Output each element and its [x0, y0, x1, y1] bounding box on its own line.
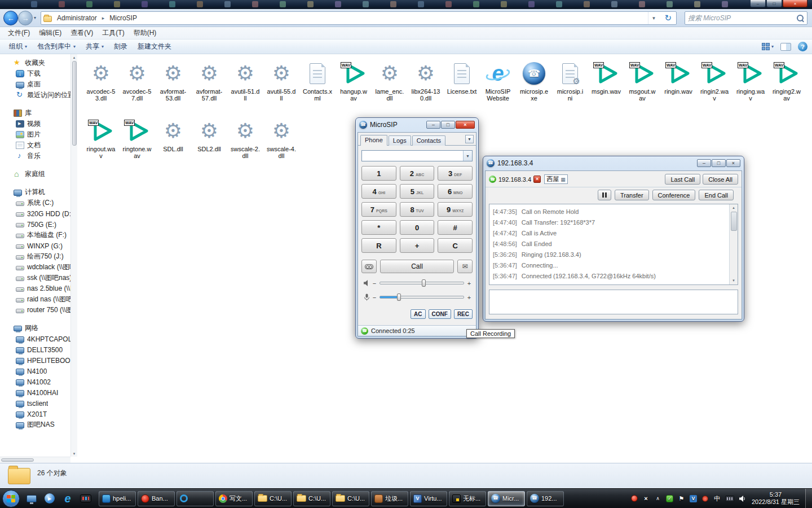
menu-item[interactable]: 工具(T) — [98, 27, 129, 39]
search-box[interactable] — [685, 11, 807, 25]
toolbar-item[interactable]: 共享▾ — [81, 40, 108, 53]
mic-volume-down[interactable]: − — [372, 294, 377, 301]
menu-dropdown-button[interactable]: ▼ — [465, 135, 474, 143]
file-item[interactable]: WAVringin.wav — [660, 58, 696, 115]
dialpad-key-0[interactable]: 0 — [400, 220, 435, 235]
transfer-button[interactable]: Transfer — [615, 190, 649, 200]
breadcrumb-leaf[interactable]: MicroSIP — [107, 13, 139, 23]
sidebar-group-header[interactable]: 家庭组 — [0, 169, 70, 179]
menu-item[interactable]: 编辑(E) — [34, 27, 66, 39]
file-item[interactable]: ⚙avutil-55.dll — [263, 58, 299, 115]
taskbar-button[interactable]: hpeli... — [99, 491, 136, 506]
tray-red-dot-icon[interactable] — [630, 494, 638, 503]
tray-chevron-up-icon[interactable]: ∧ — [654, 494, 661, 503]
tray-flag-icon[interactable]: ⚑ — [678, 494, 685, 503]
scroll-down-icon[interactable]: ▼ — [732, 277, 735, 284]
voicemail-button[interactable] — [361, 260, 377, 273]
taskbar-button[interactable]: VVirtu... — [410, 491, 447, 506]
taskbar-button[interactable]: C:\U... — [332, 491, 369, 506]
dialpad-key-4[interactable]: 4GHI — [361, 184, 396, 199]
file-item[interactable]: WAVringing2.wav — [769, 58, 805, 115]
file-item[interactable]: ⚙avformat-57.dll — [191, 58, 227, 115]
file-item[interactable]: ⚙SDL.dll — [155, 115, 191, 173]
sidebar-item[interactable]: 系统 (C:) — [0, 198, 70, 208]
file-item[interactable]: eMicroSIPWebsite — [480, 58, 516, 115]
mic-slider[interactable] — [379, 296, 464, 299]
dialpad-key-pound[interactable]: # — [438, 220, 473, 235]
dialpad-key-8[interactable]: 8TUV — [400, 202, 435, 217]
minimize-button[interactable]: – — [697, 159, 711, 167]
microsip-titlebar[interactable]: ☎ MicroSIP – □ × — [356, 118, 478, 132]
dialpad-key-r[interactable]: R — [361, 238, 396, 253]
file-item[interactable]: ⚙lame_enc.dll — [372, 58, 408, 115]
toolbar-item[interactable]: 刻录 — [109, 40, 132, 53]
dialpad-key-9[interactable]: 9WXYZ — [438, 202, 473, 217]
sidebar-item[interactable]: HPELITEBOOK8 — [0, 355, 70, 366]
sidebar-item[interactable]: 最近访问的位置 — [0, 90, 70, 100]
help-button[interactable]: ? — [798, 42, 807, 51]
sidebar-item[interactable]: 本地磁盘 (F:) — [0, 230, 70, 240]
file-item[interactable]: WAVringout.wav — [83, 115, 119, 173]
forward-button[interactable]: → — [18, 11, 33, 25]
sidebar-item[interactable]: 图片 — [0, 129, 70, 140]
scrollbar-thumb[interactable] — [1, 458, 34, 462]
dialpad-key-2[interactable]: 2ABC — [400, 166, 435, 181]
message-button[interactable]: ✉ — [457, 260, 473, 273]
file-item[interactable]: ⚙avcodec-53.dll — [83, 58, 119, 115]
sidebar-item[interactable]: N4100HAI — [0, 387, 70, 398]
dialpad-key-6[interactable]: 6MNO — [438, 184, 473, 199]
sidebar-item[interactable]: ssk (\\图吧nas) — [0, 273, 70, 283]
sidebar-item[interactable]: 文档 — [0, 140, 70, 151]
taskbar-button[interactable]: C:\U... — [254, 491, 292, 506]
menu-item[interactable]: 文件(F) — [3, 27, 34, 39]
back-button[interactable]: ← — [3, 11, 18, 25]
breadcrumb-root[interactable]: Administrator — [55, 13, 99, 23]
last-call-button[interactable]: Last Call — [665, 174, 700, 185]
conference-button[interactable]: Conference — [652, 190, 696, 200]
menu-item[interactable]: 帮助(H) — [129, 27, 161, 39]
end-call-button[interactable]: End Call — [699, 190, 734, 200]
maximize-button[interactable]: □ — [441, 121, 455, 129]
start-button[interactable] — [2, 490, 20, 507]
close-button[interactable]: × — [456, 121, 475, 129]
tray-speaker-icon[interactable] — [739, 494, 746, 503]
tray-red-pin-icon[interactable] — [701, 494, 709, 503]
file-item[interactable]: WAVhangup.wav — [336, 58, 372, 115]
toolbar-item[interactable]: 组织▾ — [5, 40, 32, 53]
sidebar-scrollbar[interactable]: ▴ ▾ — [70, 54, 77, 457]
sidebar-item[interactable]: N41002 — [0, 376, 70, 387]
tray-shield-icon[interactable]: ✓ — [666, 494, 673, 503]
search-icon[interactable] — [796, 14, 804, 22]
sidebar-item[interactable]: N4100 — [0, 366, 70, 376]
tray-x-shape-icon[interactable]: × — [642, 494, 650, 503]
close-button[interactable]: × — [726, 159, 740, 167]
maximize-button[interactable]: □ — [712, 159, 726, 167]
scroll-up-icon[interactable]: ▴ — [73, 54, 76, 60]
taskbar-button[interactable]: ☎192... — [527, 491, 564, 506]
call-window-titlebar[interactable]: ☎ 192.168.3.4 – □ × — [483, 156, 744, 170]
sidebar-item[interactable]: 下载 — [0, 68, 70, 79]
hold-button[interactable] — [598, 190, 611, 200]
combo-dropdown-icon[interactable]: ▼ — [463, 151, 472, 161]
clock[interactable]: 5:37 2022/8/31 星期三 — [751, 491, 805, 506]
file-item[interactable]: ⚙swscale-4.dll — [263, 115, 299, 173]
tray-keyboard-icon[interactable] — [725, 494, 734, 503]
close-button[interactable]: × — [783, 0, 807, 7]
file-item[interactable]: ☎microsip.exe — [516, 58, 552, 115]
log-scrollbar[interactable]: ▲ ▼ — [729, 204, 738, 284]
mic-volume-up[interactable]: + — [467, 294, 471, 301]
file-item[interactable]: ⚙swscale-2.dll — [227, 115, 263, 173]
file-item[interactable]: ⚙avformat-53.dll — [155, 58, 191, 115]
minimize-button[interactable]: – — [750, 0, 766, 7]
sidebar-item[interactable]: nas 2.5blue (\\图 — [0, 283, 70, 294]
speaker-slider[interactable] — [379, 282, 464, 284]
scroll-down-icon[interactable]: ▾ — [73, 450, 76, 457]
window-titlebar[interactable]: – □ × — [0, 0, 812, 9]
file-item[interactable]: ⚙avcodec-57.dll — [119, 58, 155, 115]
number-input[interactable]: ▼ — [361, 150, 473, 161]
minimize-button[interactable]: – — [426, 121, 440, 129]
tray-v-app-icon[interactable]: V — [690, 494, 697, 503]
media-player-quicklaunch-icon[interactable]: ▶ — [41, 491, 58, 506]
menu-item[interactable]: 查看(V) — [66, 27, 98, 39]
message-input[interactable] — [489, 290, 738, 314]
